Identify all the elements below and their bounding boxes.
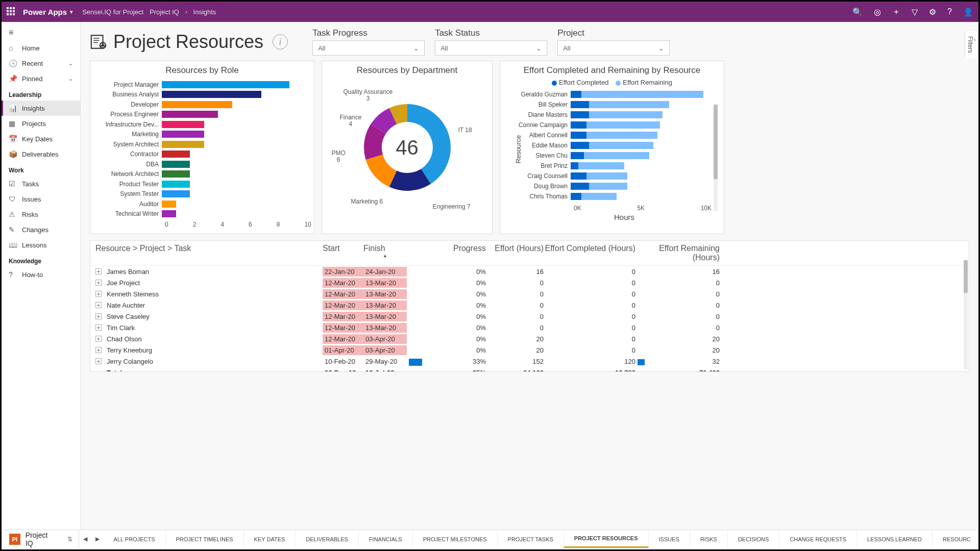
chevron-down-icon: ⌄ [658, 44, 664, 52]
nav-howto[interactable]: ?How-to [2, 267, 80, 282]
expand-icon[interactable]: + [95, 280, 102, 286]
settings-icon[interactable]: ⚙ [929, 7, 936, 17]
breadcrumb-page[interactable]: Insights [193, 8, 216, 16]
nav-projects[interactable]: ▦Projects [2, 116, 80, 131]
add-icon[interactable]: ＋ [892, 7, 900, 17]
main-content: Project Resources i Task Progress All⌄ T… [81, 22, 978, 531]
table-row[interactable]: +Kenneth Steiness 12-Mar-20 13-Mar-20 0%… [90, 288, 969, 299]
filter-project-select[interactable]: All⌄ [557, 40, 670, 56]
hamburger-icon[interactable]: ≡ [2, 25, 80, 40]
report-tab[interactable]: ISSUES [649, 530, 690, 548]
report-tab[interactable]: PROJECT RESOURCES [564, 530, 649, 548]
table-row[interactable]: +Terry Kneeburg 01-Apr-20 03-Apr-20 0% 2… [90, 344, 969, 356]
nav-lessons[interactable]: 📖Lessons [2, 237, 80, 253]
expand-icon[interactable]: + [95, 302, 102, 308]
table-col-resource[interactable]: Resource > Project > Task [95, 244, 323, 262]
row-effort: 0 [486, 279, 544, 287]
chart-resources-by-role[interactable]: Resources by Role Project ManagerBusines… [90, 61, 314, 234]
report-tab[interactable]: KEY DATES [244, 530, 296, 548]
report-tab[interactable]: DELIVERABLES [296, 530, 359, 548]
nav-insights[interactable]: 📊Insights [2, 101, 80, 116]
table-col-effort[interactable]: Effort (Hours) [486, 244, 544, 262]
expand-icon[interactable]: + [95, 313, 102, 319]
nav-keydates[interactable]: 📅Key Dates [2, 131, 80, 146]
table-row[interactable]: +Tim Clark 12-Mar-20 13-Mar-20 0% 0 0 0 [90, 322, 969, 333]
table-row[interactable]: +Nate Auchter 12-Mar-20 13-Mar-20 0% 0 0… [90, 299, 969, 311]
account-icon[interactable]: 👤 [963, 7, 973, 17]
report-tab[interactable]: DECISIONS [728, 530, 780, 548]
report-tab[interactable]: LESSONS LEARNED [857, 530, 933, 548]
breadcrumb-app[interactable]: Project IQ [150, 8, 179, 16]
expand-icon[interactable]: + [95, 347, 102, 353]
table-body: +James Boman 22-Jan-20 24-Jan-20 0% 16 0… [90, 266, 969, 372]
table-row[interactable]: +Chad Olson 12-Mar-20 03-Apr-20 0% 20 0 … [90, 333, 969, 344]
nav-item-label: Key Dates [22, 135, 53, 143]
expand-icon[interactable]: + [95, 291, 102, 297]
tabs-scroll-right[interactable]: ▶ [91, 536, 104, 542]
app-chevron-icon[interactable]: ▾ [70, 9, 73, 15]
report-tab[interactable]: ALL PROJECTS [104, 530, 166, 548]
expand-icon[interactable]: + [95, 268, 102, 274]
expand-icon[interactable]: + [95, 336, 102, 342]
shield-icon: 🛡 [9, 195, 17, 203]
scrollbar[interactable] [714, 105, 718, 211]
expand-icon[interactable]: + [95, 324, 102, 331]
nav-item-label: Issues [22, 195, 41, 203]
filter-icon[interactable]: ▽ [912, 7, 918, 17]
filter-value: All [563, 44, 570, 52]
info-icon[interactable]: i [273, 34, 288, 49]
table-col-progress[interactable]: Progress [407, 244, 486, 262]
report-tab[interactable]: PROJECT TASKS [498, 530, 564, 548]
table-col-effort-remaining[interactable]: Effort Remaining (Hours) [635, 244, 720, 262]
row-effort-remaining: 20 [635, 346, 720, 354]
table-row[interactable]: +Joe Project 12-Mar-20 13-Mar-20 0% 0 0 … [90, 277, 969, 288]
target-icon[interactable]: ◎ [874, 7, 881, 17]
filters-pane-collapsed[interactable]: ‹ Filters [965, 31, 977, 58]
workspace-app-badge[interactable]: PI Project IQ ⇅ [3, 531, 79, 547]
report-tab[interactable]: CHANGE REQUESTS [779, 530, 857, 548]
filter-task-progress-select[interactable]: All⌄ [312, 40, 425, 56]
nav-changes[interactable]: ✎Changes [2, 222, 80, 237]
tabs-scroll-left[interactable]: ◀ [79, 536, 91, 542]
report-tab[interactable]: PROJECT MILESTONES [413, 530, 498, 548]
chart-effort-by-resource[interactable]: Effort Completed and Remaining by Resour… [500, 61, 724, 234]
filter-task-status-select[interactable]: All⌄ [435, 40, 547, 56]
scrollbar[interactable] [964, 260, 968, 369]
bar-label: Doug Brown [509, 183, 571, 190]
nav-issues[interactable]: 🛡Issues [2, 191, 80, 207]
nav-tasks[interactable]: ☑Tasks [2, 176, 80, 191]
nav-risks[interactable]: ⚠Risks [2, 207, 80, 222]
breadcrumb-env[interactable]: Sensei.IQ for Project [82, 8, 143, 16]
bar-row: Marketing [95, 130, 306, 140]
report-tab[interactable]: PROJECT TIMELINES [166, 530, 244, 548]
report-tab[interactable]: RESOURC [933, 530, 977, 548]
table-row[interactable]: +Jerry Colangelo 10-Feb-20 29-May-20 33%… [90, 356, 969, 367]
report-tabs: ◀ ▶ ALL PROJECTSPROJECT TIMELINESKEY DAT… [79, 530, 977, 548]
table-col-effort-completed[interactable]: Effort Completed (Hours) [544, 244, 635, 262]
help-icon[interactable]: ? [947, 7, 952, 16]
row-start: 12-Mar-20 [323, 312, 363, 321]
nav-home[interactable]: ⌂Home [2, 40, 80, 56]
chart-resources-by-department[interactable]: Resources by Department 46 IT 18Engineer… [322, 61, 493, 234]
expand-icon[interactable]: + [95, 358, 102, 364]
nav-item-label: Changes [22, 226, 48, 234]
table-col-start[interactable]: Start [323, 244, 363, 262]
table-col-finish[interactable]: Finish▲ [363, 244, 407, 262]
table-row[interactable]: +James Boman 22-Jan-20 24-Jan-20 0% 16 0… [90, 266, 969, 277]
row-start: 10-Feb-20 [323, 357, 363, 366]
bar-label: System Architect [95, 141, 162, 148]
table-row[interactable]: +Steve Caseley 12-Mar-20 13-Mar-20 0% 0 … [90, 311, 969, 322]
axis-tick: 10K [701, 205, 712, 212]
app-launcher-icon[interactable] [7, 7, 16, 16]
top-app-bar: Power Apps ▾ Sensei.IQ for Project Proje… [2, 2, 978, 22]
sort-icon[interactable]: ⇅ [67, 536, 72, 543]
search-icon[interactable]: 🔍 [852, 7, 863, 17]
nav-recent[interactable]: 🕓Recent⌄ [2, 56, 80, 71]
resource-table[interactable]: Resource > Project > Task Start Finish▲ … [90, 240, 969, 372]
nav-deliverables[interactable]: 📦Deliverables [2, 146, 80, 162]
report-tab[interactable]: RISKS [690, 530, 728, 548]
bottom-tab-bar: PI Project IQ ⇅ ◀ ▶ ALL PROJECTSPROJECT … [3, 530, 977, 548]
bar-row: Auditor [95, 199, 306, 209]
nav-pinned[interactable]: 📌Pinned⌄ [2, 71, 80, 86]
report-tab[interactable]: FINANCIALS [359, 530, 413, 548]
